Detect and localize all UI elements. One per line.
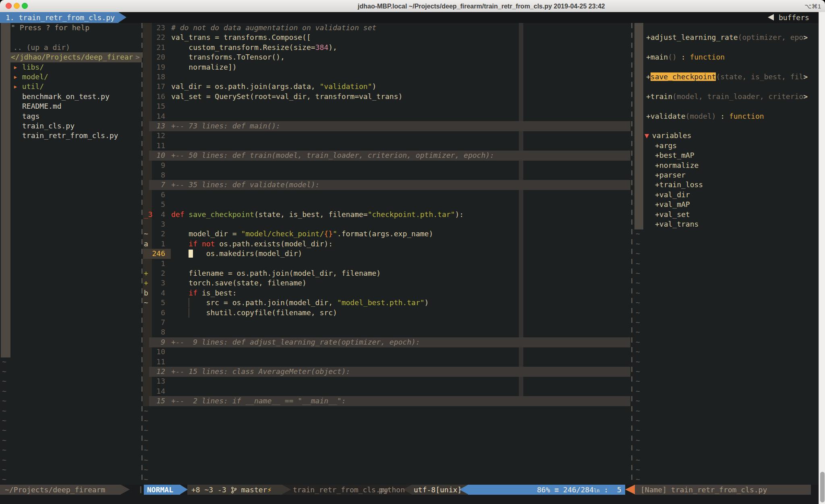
nerdtree-up-dir[interactable]: .. (up a dir) — [13, 43, 70, 53]
command-line[interactable] — [0, 495, 825, 504]
empty-line-tilde: ~ — [2, 465, 6, 475]
tagbar-var-val_mAP[interactable]: +val_mAP — [655, 200, 690, 210]
gutter-sign: ~ — [144, 298, 148, 308]
code-line[interactable]: normalize]) — [171, 62, 237, 72]
tagbar-var-val_trans[interactable]: +val_trans — [655, 219, 699, 229]
nerdtree-split-separator[interactable] — [141, 23, 143, 485]
color-column — [519, 23, 523, 406]
line-number: 5 — [148, 200, 165, 210]
nerdtree-scrollbar-thumb[interactable] — [1, 23, 10, 357]
statusline: ~/Projects/deep_firearm NORMAL +8 ~3 -3 … — [0, 485, 825, 495]
code-line[interactable]: custom_transform.Resize(size=384), — [171, 43, 337, 53]
statusline-filename: train_retr_from_cls.py — [293, 485, 389, 495]
code-line[interactable]: model_dir = "model/check_point/{}".forma… — [171, 229, 433, 239]
tagbar-tag-adjust_learning_rate[interactable]: +adjust_learning_rate(optimizer, epo> — [646, 33, 808, 43]
window-title: jdhao-MBP.local ~/Projects/deep_firearm/… — [358, 0, 605, 12]
tagbar-var-args[interactable]: +args — [655, 141, 677, 151]
tagbar-var-val_dir[interactable]: +val_dir — [655, 190, 690, 200]
code-line[interactable]: transforms.ToTensor(), — [171, 52, 285, 62]
fold-line-number: 13 — [148, 121, 165, 131]
line-number: 4 — [148, 288, 165, 298]
code-line[interactable]: val_set = QuerySet(root=val_dir, transfo… — [171, 92, 402, 102]
code-line[interactable]: shutil.copyfile(filename, src) — [171, 308, 337, 318]
line-number: 23 — [148, 23, 165, 33]
nerdtree-file-benchmark_on_testpy[interactable]: benchmark_on_test.py — [22, 92, 110, 102]
macvim-window: jdhao-MBP.local ~/Projects/deep_firearm/… — [0, 0, 825, 504]
tagbar-var-best_mAP[interactable]: +best_mAP — [655, 151, 694, 161]
folded-code-line[interactable]: +-- 35 lines: def validate(model): — [171, 180, 319, 190]
line-number: 246 — [148, 249, 165, 259]
fold-line-number: 15 — [148, 396, 165, 406]
empty-line-tilde: ~ — [636, 318, 640, 328]
empty-line-tilde: ~ — [636, 327, 640, 337]
tagbar-tag-train[interactable]: +train(model, train_loader, criterio> — [646, 92, 808, 102]
line-number: 22 — [148, 33, 165, 43]
lightning-icon: ⚡ — [267, 485, 272, 494]
nerdtree-root[interactable]: </jdhao/Projects/deep_firear — [11, 52, 133, 62]
empty-line-tilde: ~ — [2, 426, 6, 436]
empty-line-tilde: ~ — [2, 475, 6, 485]
empty-line-tilde: ~ — [636, 298, 640, 308]
code-line[interactable]: torch.save(state, filename) — [171, 278, 307, 288]
empty-line-tilde: ~ — [636, 436, 640, 446]
code-line[interactable]: if not os.path.exists(model_dir): — [171, 239, 333, 249]
close-button[interactable] — [6, 3, 12, 9]
empty-line-tilde: ~ — [144, 445, 148, 455]
nerdtree-help-hint: " Press ? for help — [11, 23, 89, 33]
line-number: 8 — [148, 170, 165, 180]
folded-code-line[interactable]: +-- 73 lines: def main(): — [171, 121, 280, 131]
tagbar-tag-save_checkpoint[interactable]: +save_checkpoint(state, is_best, fil> — [646, 72, 808, 82]
line-number: 2 — [148, 229, 165, 239]
zoom-button[interactable] — [22, 3, 28, 9]
tagbar-var-parser[interactable]: +parser — [655, 170, 686, 180]
folded-code-line[interactable]: +-- 2 lines: if __name__ == "__main__": — [171, 396, 346, 406]
code-line[interactable]: def save_checkpoint(state, is_best, file… — [171, 210, 464, 220]
tagbar-split-separator[interactable] — [631, 23, 632, 485]
nerdtree-dir-util[interactable]: ▸util/ — [13, 82, 44, 92]
folded-code-line[interactable]: +-- 50 lines: def train(model, train_loa… — [171, 151, 494, 161]
line-number: 6 — [148, 308, 165, 318]
folded-code-line[interactable]: +-- 15 lines: class AverageMeter(object)… — [171, 367, 350, 377]
empty-line-tilde: ~ — [636, 386, 640, 397]
empty-line-tilde: ~ — [144, 406, 148, 416]
code-line[interactable]: val_dir = os.path.join(args.data, "valid… — [171, 82, 376, 92]
code-line[interactable]: filename = os.path.join(model_dir, filen… — [171, 269, 381, 279]
line-number: 5 — [148, 298, 165, 308]
empty-line-tilde: ~ — [636, 357, 640, 367]
nerdtree-file-train_retr_from_clspy[interactable]: train_retr_from_cls.py — [22, 131, 118, 141]
gutter-sign: a — [144, 239, 148, 249]
nerdtree-dir-model[interactable]: ▸model/ — [13, 72, 48, 82]
statusline-cwd: ~/Projects/deep_firearm — [5, 485, 105, 495]
lines-icon: ≡ — [554, 485, 559, 494]
empty-line-tilde: ~ — [636, 269, 640, 279]
tagbar-tag-validate[interactable]: +validate(model) : function — [646, 112, 764, 122]
tagbar-kind-variables[interactable]: ▼variables — [645, 131, 691, 141]
mode-indicator: NORMAL — [147, 485, 173, 495]
empty-line-tilde: ~ — [636, 426, 640, 436]
tagbar-tag-main[interactable]: +main() : function — [646, 52, 725, 62]
empty-line-tilde: ~ — [636, 406, 640, 416]
minimize-button[interactable] — [14, 3, 20, 9]
line-number: 14 — [148, 386, 165, 397]
nerdtree-dir-libs[interactable]: ▸libs/ — [13, 62, 44, 72]
code-line[interactable]: val_trans = transforms.Compose([ — [171, 33, 311, 43]
tagbar-var-train_loss[interactable]: +train_loss — [655, 180, 703, 190]
empty-line-tilde: ~ — [636, 347, 640, 357]
code-line[interactable]: if is_best: — [171, 288, 237, 298]
nerdtree-file-tags[interactable]: tags — [22, 112, 39, 122]
tagbar-scrollbar-thumb[interactable] — [634, 23, 643, 229]
empty-line-tilde: ~ — [144, 436, 148, 446]
folded-code-line[interactable]: +-- 9 lines: def adjust_learning_rate(op… — [171, 337, 420, 347]
tagbar-var-val_set[interactable]: +val_set — [655, 210, 690, 220]
empty-line-tilde: ~ — [636, 455, 640, 465]
code-line[interactable]: src = os.path.join(model_dir, "model_bes… — [171, 298, 429, 308]
tagbar-var-normalize[interactable]: +normalize — [655, 161, 699, 171]
code-line[interactable]: # do not do data augmentation on validat… — [171, 23, 376, 33]
tab-train-retr-from-cls[interactable]: 1. train_retr_from_cls.py — [0, 12, 118, 23]
nerdtree-file-train_clspy[interactable]: train_cls.py — [22, 121, 75, 131]
nerdtree-file-READMEmd[interactable]: README.md — [22, 101, 62, 112]
macos-scrollbar-track[interactable] — [819, 12, 825, 504]
line-number: 1 — [148, 259, 165, 269]
macos-scrollbar-thumb[interactable] — [820, 472, 825, 502]
empty-line-tilde: ~ — [2, 455, 6, 465]
